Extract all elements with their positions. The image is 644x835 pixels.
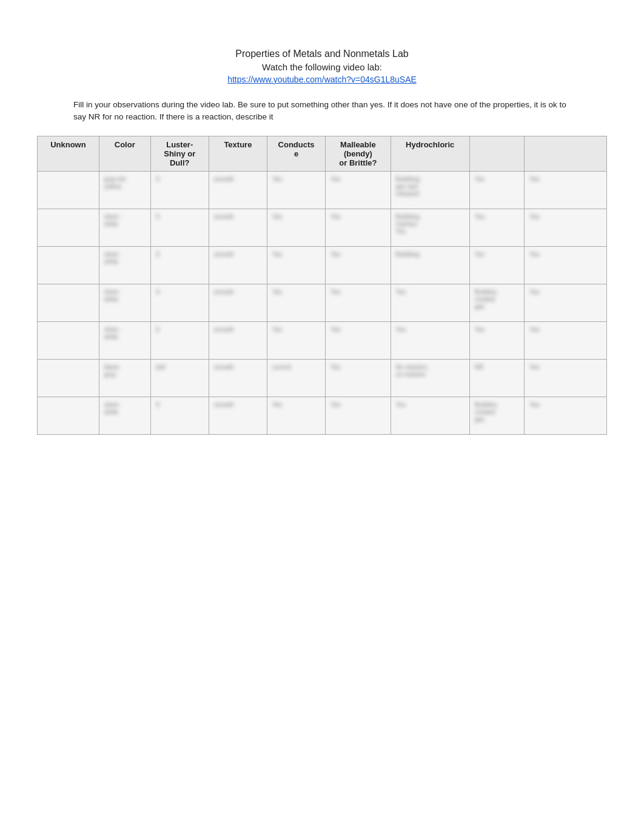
cell-hydro-4: Yes xyxy=(391,284,469,321)
cell-unknown-5 xyxy=(38,321,99,359)
cell-color-7: silver-white xyxy=(99,397,150,434)
cell-col9-2: Yes xyxy=(525,209,607,246)
title-section: Properties of Metals and Nonmetals Lab W… xyxy=(37,49,607,84)
header-hydrochloric: Hydrochloric xyxy=(391,136,469,171)
header-malleable: Malleable(bendy)or Brittle? xyxy=(326,136,391,171)
cell-unknown-2 xyxy=(38,209,99,246)
cell-col9-7: Yes xyxy=(525,397,607,434)
cell-texture-1: smooth xyxy=(209,171,267,209)
header-color: Color xyxy=(99,136,150,171)
cell-conducts-5: Yes xyxy=(267,321,325,359)
table-row: silver-white S smooth Yes Yes Yes Bubble… xyxy=(38,284,607,321)
cell-col8-7: Bubbles,createdgas xyxy=(469,397,525,434)
cell-color-2: silver-white xyxy=(99,209,150,246)
cell-color-4: silver-white xyxy=(99,284,150,321)
header-conducts: Conductse xyxy=(267,136,325,171)
cell-col9-4: Yes xyxy=(525,284,607,321)
cell-col8-5: Yes xyxy=(469,321,525,359)
cell-conducts-2: Yes xyxy=(267,209,325,246)
cell-texture-2: smooth xyxy=(209,209,267,246)
cell-unknown-7 xyxy=(38,397,99,434)
cell-luster-3: S xyxy=(150,246,209,284)
cell-luster-4: S xyxy=(150,284,209,321)
cell-col8-4: Bubbles,createdgas xyxy=(469,284,525,321)
video-link[interactable]: https://www.youtube.com/watch?v=04sG1L8u… xyxy=(227,75,417,84)
cell-malleable-3: Yes xyxy=(326,246,391,284)
header-col9 xyxy=(525,136,607,171)
title-line2: Watch the following video lab: xyxy=(37,62,607,72)
cell-col9-1: Yes xyxy=(525,171,607,209)
cell-malleable-1: Yes xyxy=(326,171,391,209)
cell-col9-3: Yes xyxy=(525,246,607,284)
header-texture: Texture xyxy=(209,136,267,171)
cell-conducts-4: Yes xyxy=(267,284,325,321)
cell-col9-6: Yes xyxy=(525,359,607,397)
cell-luster-6: dull xyxy=(150,359,209,397)
cell-unknown-1 xyxy=(38,171,99,209)
table-row: silver-white S smooth Yes Yes Bubbling Y… xyxy=(38,246,607,284)
header-col8 xyxy=(469,136,525,171)
cell-col8-3: Yes xyxy=(469,246,525,284)
cell-luster-5: S xyxy=(150,321,209,359)
table-row: black-gray dull smooth current Yes No re… xyxy=(38,359,607,397)
cell-unknown-6 xyxy=(38,359,99,397)
table-row: gray-ishyellow S smooth Yes Yes Bubbling… xyxy=(38,171,607,209)
header-unknown: Unknown xyxy=(38,136,99,171)
cell-color-5: silver-white xyxy=(99,321,150,359)
cell-hydro-1: Bubbling,gas wasreleased xyxy=(391,171,469,209)
cell-malleable-6: Yes xyxy=(326,359,391,397)
cell-texture-6: smooth xyxy=(209,359,267,397)
cell-col8-2: Yes xyxy=(469,209,525,246)
header-luster: Luster-Shiny orDull? xyxy=(150,136,209,171)
cell-luster-7: S xyxy=(150,397,209,434)
title-line1: Properties of Metals and Nonmetals Lab xyxy=(37,49,607,59)
table-row: silver-white S smooth Yes Yes Yes Bubble… xyxy=(38,397,607,434)
cell-texture-7: smooth xyxy=(209,397,267,434)
table-row: silver-white S smooth Yes Yes Yes Yes Ye… xyxy=(38,321,607,359)
cell-luster-1: S xyxy=(150,171,209,209)
cell-malleable-4: Yes xyxy=(326,284,391,321)
cell-conducts-1: Yes xyxy=(267,171,325,209)
cell-malleable-7: Yes xyxy=(326,397,391,434)
cell-hydro-2: BubblingreactionYes xyxy=(391,209,469,246)
cell-col9-5: Yes xyxy=(525,321,607,359)
cell-hydro-6: No reaction,no reaction xyxy=(391,359,469,397)
cell-color-3: silver-white xyxy=(99,246,150,284)
cell-unknown-4 xyxy=(38,284,99,321)
cell-col8-6: NR xyxy=(469,359,525,397)
cell-color-6: black-gray xyxy=(99,359,150,397)
cell-malleable-5: Yes xyxy=(326,321,391,359)
cell-hydro-7: Yes xyxy=(391,397,469,434)
cell-hydro-3: Bubbling xyxy=(391,246,469,284)
instructions-text: Fill in your observations during the vid… xyxy=(73,99,571,124)
cell-conducts-6: current xyxy=(267,359,325,397)
cell-texture-3: smooth xyxy=(209,246,267,284)
cell-texture-5: smooth xyxy=(209,321,267,359)
lab-table: Unknown Color Luster-Shiny orDull? Textu… xyxy=(37,136,607,435)
cell-col8-1: Yes xyxy=(469,171,525,209)
cell-unknown-3 xyxy=(38,246,99,284)
cell-hydro-5: Yes xyxy=(391,321,469,359)
cell-conducts-7: Yes xyxy=(267,397,325,434)
cell-malleable-2: Yes xyxy=(326,209,391,246)
cell-conducts-3: Yes xyxy=(267,246,325,284)
cell-color-1: gray-ishyellow xyxy=(99,171,150,209)
cell-texture-4: smooth xyxy=(209,284,267,321)
cell-luster-2: S xyxy=(150,209,209,246)
table-row: silver-white S smooth Yes Yes Bubblingre… xyxy=(38,209,607,246)
